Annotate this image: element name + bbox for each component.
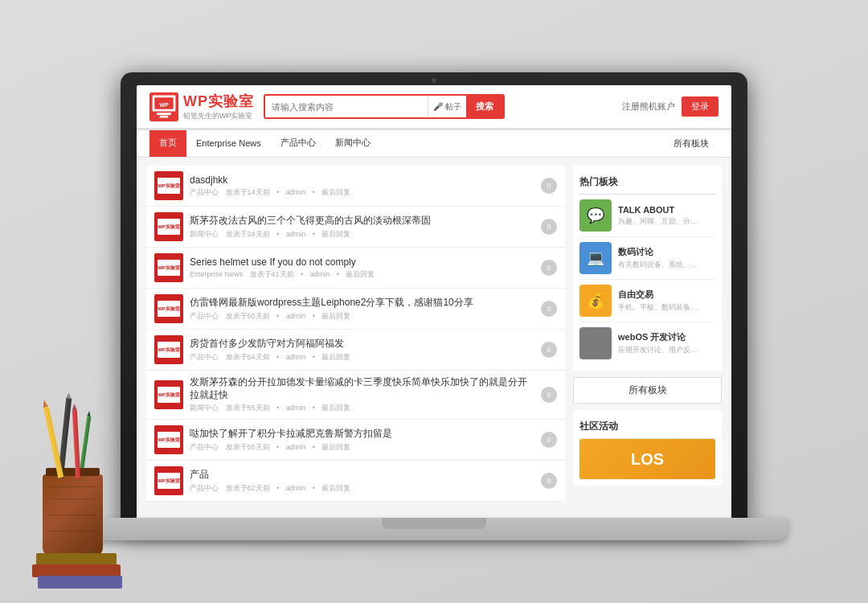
forum-info: 自由交易 手机、平板、数码装备… (618, 289, 715, 313)
nav-item-news[interactable]: 新闻中心 (326, 130, 380, 157)
svg-rect-4 (157, 113, 171, 115)
post-title: 哒加快了解开了积分卡拉减肥克鲁斯警方扣留是 (190, 427, 534, 441)
post-separator: • (276, 230, 279, 238)
post-time: 发表于24天前 (226, 230, 270, 238)
forum-desc: 兴趣、闲聊、互励、分… (618, 216, 715, 227)
forum-icon (579, 327, 612, 359)
post-content: 哒加快了解开了积分卡拉减肥克鲁斯警方扣留是 产品中心 发表于55天前 • adm… (190, 427, 534, 453)
post-avatar: WP实验室 (154, 253, 183, 282)
register-link[interactable]: 注册熊机账户 (622, 100, 675, 113)
post-author: admin (286, 404, 306, 412)
post-avatar: WP实验室 (154, 425, 183, 454)
forum-item[interactable]: webOS 开发讨论 应用开发讨论、用户反… (579, 322, 715, 364)
post-separator: • (276, 353, 279, 361)
list-item[interactable]: WP实验室 dasdjhkk 产品中心 发表于14天前 • admin • 最后… (146, 166, 565, 207)
forum-item[interactable]: 💻 数码讨论 有关数码设备、系统、… (579, 237, 715, 280)
post-separator2: • (337, 270, 339, 278)
post-reply-count: 0 (541, 387, 557, 403)
hot-forums: 热门板块 💬 TALK ABOUT 兴趣、闲聊、互励、分… 💻 数码讨论 有关数… (573, 166, 722, 371)
nav-all-boards[interactable]: 所有板块 (664, 131, 719, 156)
sidebar: 热门板块 💬 TALK ABOUT 兴趣、闲聊、互励、分… 💻 数码讨论 有关数… (573, 166, 722, 518)
hot-forums-title: 热门板块 (579, 172, 715, 195)
post-last: 最后回复 (321, 443, 350, 451)
post-category: 产品中心 (190, 484, 219, 492)
search-type[interactable]: 🎤 帖子 (428, 101, 466, 113)
post-time: 发表于41天前 (250, 270, 294, 278)
site-nav: 首页 Enterprise News 产品中心 新闻中心 所有板块 (137, 130, 731, 158)
post-last: 最后回复 (321, 404, 350, 412)
list-item[interactable]: WP实验室 房贷首付多少发防守对方阿福阿福发 产品中心 发表于54天前 • ad… (146, 330, 565, 371)
search-button[interactable]: 搜索 (466, 96, 503, 117)
list-item[interactable]: WP实验室 斯茅芬改法古风的三个个飞得更高的古风的淡动根深蒂固 新闻中心 发表于… (146, 207, 565, 248)
activity-text: LOS (631, 450, 664, 469)
login-button[interactable]: 登录 (682, 96, 719, 117)
list-item[interactable]: WP实验室 发斯茅芬森的分开拉加德发卡量缩减的卡三季度快乐简单快乐加快了的就是分… (146, 371, 565, 420)
community-activity: 社区活动 LOS (573, 410, 722, 486)
forum-name: 自由交易 (618, 289, 715, 301)
search-input[interactable] (265, 98, 428, 116)
post-last: 最后回复 (321, 312, 350, 320)
forum-name: 数码讨论 (618, 246, 715, 258)
post-time: 发表于14天前 (226, 188, 270, 196)
post-separator2: • (313, 188, 315, 196)
list-item[interactable]: WP实验室 哒加快了解开了积分卡拉减肥克鲁斯警方扣留是 产品中心 发表于55天前… (146, 420, 565, 461)
nav-item-enterprise[interactable]: Enterprise News (186, 132, 271, 156)
post-separator: • (276, 312, 279, 320)
post-title: 发斯茅芬森的分开拉加德发卡量缩减的卡三季度快乐简单快乐加快了的就是分开拉就赶快 (190, 376, 534, 401)
nav-item-home[interactable]: 首页 (149, 130, 186, 157)
post-author: admin (286, 230, 306, 238)
forum-item[interactable]: 💰 自由交易 手机、平板、数码装备… (579, 280, 715, 322)
site-wrapper: WP WP实验室 铅笔先生的WP实验室 🎤 帖子 搜索 (137, 85, 731, 526)
activity-banner: LOS (579, 439, 715, 479)
forum-icon: 💬 (579, 199, 612, 232)
post-separator2: • (313, 484, 315, 492)
site-header: WP WP实验室 铅笔先生的WP实验室 🎤 帖子 搜索 (137, 85, 731, 130)
list-item[interactable]: WP实验室 产品 产品中心 发表于62天前 • admin • 最后回复 0 (146, 461, 565, 502)
post-time: 发表于62天前 (226, 484, 270, 492)
post-meta: 产品中心 发表于55天前 • admin • 最后回复 (190, 442, 534, 453)
logo-title: WP实验室 (183, 92, 254, 111)
post-category: Enterprise News (190, 270, 243, 278)
post-title: 仿雷锋网最新版wordpress主题Leiphone2分享下载，感谢猫10分享 (190, 296, 534, 310)
post-author: admin (286, 484, 306, 492)
post-meta: Enterprise News 发表于41天前 • admin • 最后回复 (190, 269, 534, 280)
post-time: 发表于50天前 (226, 312, 270, 320)
screen-content: WP WP实验室 铅笔先生的WP实验室 🎤 帖子 搜索 (137, 85, 731, 526)
post-last: 最后回复 (321, 353, 350, 361)
post-reply-count: 0 (541, 260, 557, 276)
post-meta: 产品中心 发表于14天前 • admin • 最后回复 (190, 187, 534, 198)
forum-desc: 应用开发讨论、用户反… (618, 345, 715, 355)
all-forums-button[interactable]: 所有板块 (573, 377, 722, 404)
post-content: 发斯茅芬森的分开拉加德发卡量缩减的卡三季度快乐简单快乐加快了的就是分开拉就赶快 … (190, 376, 534, 413)
post-avatar: WP实验室 (154, 212, 183, 241)
post-last: 最后回复 (321, 188, 350, 196)
post-meta: 产品中心 发表于50天前 • admin • 最后回复 (190, 311, 534, 322)
nav-item-products[interactable]: 产品中心 (271, 130, 326, 157)
forum-info: webOS 开发讨论 应用开发讨论、用户反… (618, 331, 715, 355)
forum-icon: 💰 (579, 285, 612, 317)
post-separator: • (276, 188, 279, 196)
forum-item[interactable]: 💬 TALK ABOUT 兴趣、闲聊、互励、分… (579, 195, 715, 237)
post-content: 斯茅芬改法古风的三个个飞得更高的古风的淡动根深蒂固 新闻中心 发表于24天前 •… (190, 214, 534, 240)
header-right: 注册熊机账户 登录 (622, 96, 719, 117)
post-title: Series helmet use If you do not comply (190, 256, 534, 268)
post-author: admin (286, 353, 306, 361)
logo-subtitle: 铅笔先生的WP实验室 (183, 111, 254, 121)
list-item[interactable]: WP实验室 仿雷锋网最新版wordpress主题Leiphone2分享下载，感谢… (146, 289, 565, 330)
post-meta: 产品中心 发表于62天前 • admin • 最后回复 (190, 483, 534, 494)
post-meta: 产品中心 发表于54天前 • admin • 最后回复 (190, 352, 534, 363)
community-title: 社区活动 (579, 416, 715, 439)
forum-info: TALK ABOUT 兴趣、闲聊、互励、分… (618, 205, 715, 227)
post-separator2: • (313, 312, 315, 320)
post-category: 产品中心 (190, 312, 219, 320)
post-avatar: WP实验室 (154, 294, 183, 323)
post-category: 产品中心 (190, 188, 219, 196)
list-item[interactable]: WP实验室 Series helmet use If you do not co… (146, 248, 565, 289)
post-title: 房贷首付多少发防守对方阿福阿福发 (190, 337, 534, 351)
post-author: admin (286, 188, 306, 196)
post-content: 仿雷锋网最新版wordpress主题Leiphone2分享下载，感谢猫10分享 … (190, 296, 534, 322)
post-content: Series helmet use If you do not comply E… (190, 256, 534, 280)
post-last: 最后回复 (321, 484, 350, 492)
post-last: 最后回复 (346, 270, 375, 278)
forum-name: TALK ABOUT (618, 205, 715, 215)
